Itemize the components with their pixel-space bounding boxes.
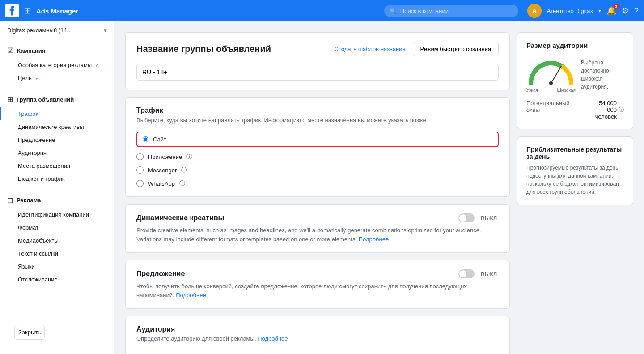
sidebar-item-text-links[interactable]: Текст и ссылки — [0, 247, 114, 260]
dynamic-creatives-section: Динамические креативы ВЫКЛ. Provide crea… — [125, 204, 510, 253]
info-icon-messenger[interactable]: ⓘ — [181, 166, 187, 174]
sidebar-section-ads-label: Реклама — [17, 197, 41, 204]
svg-line-3 — [551, 66, 561, 83]
traffic-option-messenger[interactable]: Messenger ⓘ — [136, 166, 499, 174]
approx-title: Приблизительные результаты за день — [526, 146, 624, 160]
traffic-option-whatsapp[interactable]: WhatsApp ⓘ — [136, 179, 499, 188]
audience-title: Аудитория — [136, 325, 499, 333]
info-icon-whatsapp[interactable]: ⓘ — [179, 179, 185, 188]
traffic-card: Трафик Выберите, куда вы хотите направля… — [125, 97, 510, 197]
offer-title: Предложение — [136, 270, 185, 278]
campaign-icon: ☑ — [7, 47, 13, 55]
sidebar-item-offer[interactable]: Предложение — [0, 133, 114, 146]
sidebar-item-languages[interactable]: Языки — [0, 260, 114, 273]
account-chevron-icon: ▾ — [104, 27, 107, 34]
gauge-label-left: Узкая — [526, 88, 538, 93]
sidebar-item-audience[interactable]: Аудитория — [0, 146, 114, 159]
sidebar-section-campaign-label: Кампания — [17, 47, 45, 54]
sidebar-item-goal[interactable]: Цель ✓ — [0, 72, 114, 85]
audience-tab-saved[interactable]: Используйте сохранённую аудиторию ▾ — [218, 349, 345, 354]
audience-size-card: Размер аудитории — [517, 32, 633, 129]
offer-description: Чтобы получить больше конверсий, создайт… — [136, 282, 499, 299]
dynamic-creatives-link[interactable]: Подробнее — [359, 236, 389, 243]
sidebar-section-ads-header[interactable]: ◻ Реклама — [0, 192, 114, 208]
notifications-button[interactable]: 🔔 3 — [606, 6, 616, 16]
traffic-radio-messenger[interactable] — [136, 166, 144, 174]
traffic-radio-site[interactable] — [143, 136, 148, 142]
sidebar-item-special-category[interactable]: Особая категория рекламы ✓ — [0, 59, 114, 72]
audience-size-title: Размер аудитории — [526, 42, 624, 49]
offer-section: Предложение ВЫКЛ. Чтобы получить больше … — [125, 260, 510, 309]
svg-point-4 — [549, 81, 553, 85]
topnav-right-controls: A Агентство Digitax ▾ 🔔 3 ⚙ ? — [527, 4, 639, 18]
audience-tab-new[interactable]: Создайте новую аудиторию — [126, 349, 218, 354]
traffic-radio-whatsapp[interactable] — [136, 180, 144, 187]
approx-results-card: Приблизительные результаты за день Прогн… — [517, 136, 633, 205]
adgroup-name-title: Название группы объявлений — [136, 44, 271, 54]
traffic-option-site[interactable]: Сайт — [136, 132, 499, 147]
sidebar-item-format[interactable]: Формат — [0, 221, 114, 234]
account-selector[interactable]: Digitax рекламный (14... ▾ — [0, 21, 114, 39]
potential-unit: человек — [589, 113, 617, 120]
sidebar-item-audience-label: Аудитория — [18, 149, 47, 156]
main-area: Название группы объявлений Создать шабло… — [114, 21, 644, 354]
traffic-description: Выберите, куда вы хотите направлять траф… — [136, 116, 499, 124]
traffic-label-app: Приложение — [148, 154, 182, 160]
sidebar-section-adgroup-header[interactable]: ⊞ Группа объявлений — [0, 92, 114, 107]
sidebar-item-traffic[interactable]: Трафик — [0, 107, 114, 120]
sidebar-item-languages-label: Языки — [18, 263, 35, 270]
dynamic-creatives-toggle[interactable] — [458, 213, 475, 222]
traffic-option-app[interactable]: Приложение ⓘ — [136, 153, 499, 161]
sidebar-item-company-id[interactable]: Идентификация компании — [0, 208, 114, 221]
user-menu-chevron[interactable]: ▾ — [598, 8, 601, 14]
dynamic-creatives-title: Динамические креативы — [136, 214, 224, 222]
search-input[interactable] — [400, 8, 513, 14]
sidebar-item-placements[interactable]: Места размещения — [0, 159, 114, 172]
dynamic-creatives-toggle-label: ВЫКЛ. — [481, 215, 499, 222]
account-name: Digitax рекламный (14... — [7, 27, 72, 34]
offer-toggle-label: ВЫКЛ. — [481, 271, 499, 277]
traffic-options: Сайт Приложение ⓘ Messenger ⓘ — [126, 124, 509, 196]
sidebar-item-media[interactable]: Медиаобъекты — [0, 234, 114, 247]
gauge-chart — [526, 56, 576, 85]
top-navigation: ⊞ Ads Manager 🔍 A Агентство Digitax ▾ 🔔 … — [0, 0, 644, 21]
sidebar-section-ads: ◻ Реклама Идентификация компании Формат … — [0, 189, 114, 290]
close-button[interactable]: Закрыть — [14, 325, 45, 340]
search-icon: 🔍 — [390, 8, 397, 14]
potential-label: Потенциальный охват: — [526, 100, 585, 113]
gauge-wrap: Узкая Широкая Выбрана достаточно широкая… — [526, 56, 624, 93]
adgroup-name-input[interactable] — [136, 64, 499, 81]
sidebar-section-campaign-header[interactable]: ☑ Кампания — [0, 43, 114, 59]
gauge-labels: Узкая Широкая — [526, 88, 576, 93]
potential-reach-row: Потенциальный охват: 54 000 000 человек … — [526, 100, 624, 120]
quick-create-button[interactable]: Режим быстрого создания — [413, 42, 499, 56]
help-button[interactable]: ? — [634, 6, 639, 16]
sidebar-section-adgroup-label: Группа объявлений — [17, 96, 74, 103]
offer-link[interactable]: Подробнее — [176, 292, 206, 299]
svg-text:A: A — [532, 7, 537, 14]
sidebar-item-dynamic-creatives-label: Динамические креативы — [18, 124, 84, 130]
audience-section: Аудитория Определите аудиторию для своей… — [125, 316, 510, 354]
sidebar-item-format-label: Формат — [18, 224, 38, 231]
potential-info-icon[interactable]: ⓘ — [619, 106, 624, 114]
app-title: Ads Manager — [36, 7, 78, 15]
settings-button[interactable]: ⚙ — [622, 6, 629, 16]
main-layout: Digitax рекламный (14... ▾ ☑ Кампания Ос… — [0, 21, 644, 354]
sidebar-item-goal-label: Цель — [18, 75, 32, 81]
grid-icon[interactable]: ⊞ — [24, 6, 31, 16]
traffic-label-site: Сайт — [153, 136, 166, 143]
sidebar-item-budget-schedule-label: Бюджет и график — [18, 175, 64, 182]
traffic-radio-app[interactable] — [136, 153, 144, 160]
sidebar-item-tracking[interactable]: Отслеживание — [0, 273, 114, 286]
sidebar-item-placements-label: Места размещения — [18, 162, 70, 169]
sidebar-item-special-category-label: Особая категория рекламы — [18, 62, 92, 68]
template-link[interactable]: Создать шаблон названия — [335, 46, 406, 52]
gauge-label-right: Широкая — [557, 88, 576, 93]
audience-link[interactable]: Подробнее — [258, 335, 288, 342]
sidebar-item-dynamic-creatives[interactable]: Динамические креативы — [0, 120, 114, 133]
offer-toggle[interactable] — [458, 269, 475, 278]
sidebar-item-offer-label: Предложение — [18, 136, 55, 143]
traffic-label-messenger: Messenger — [148, 167, 177, 174]
info-icon-app[interactable]: ⓘ — [186, 153, 192, 161]
sidebar-item-budget-schedule[interactable]: Бюджет и график — [0, 172, 114, 185]
